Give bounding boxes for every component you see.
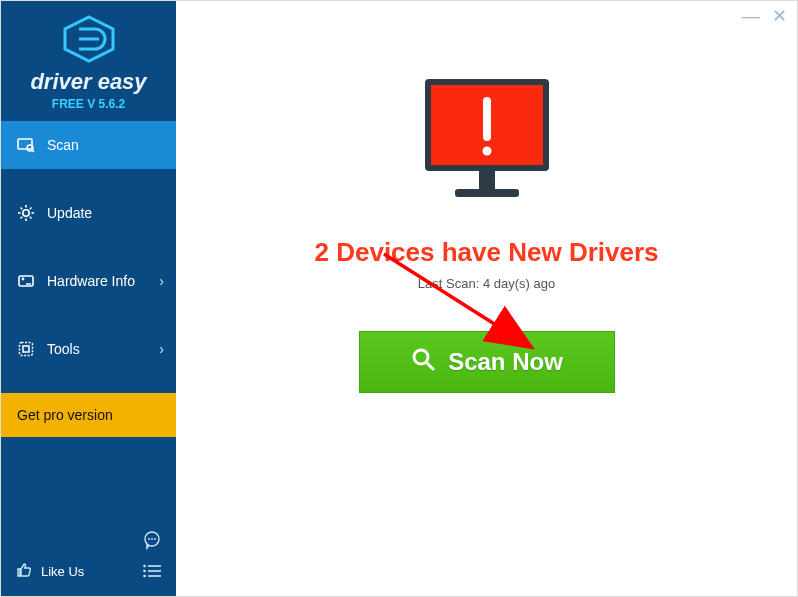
brand-version: FREE V 5.6.2 (1, 97, 176, 111)
app-window: — ✕ driver easy FREE V 5.6.2 Scan (0, 0, 798, 597)
svg-line-10 (21, 208, 23, 210)
sidebar-nav: Scan Update Hardware Info › Tools (1, 121, 176, 393)
sidebar-extra-icons (142, 530, 162, 582)
thumbs-up-icon (15, 561, 33, 582)
scan-icon (15, 136, 37, 154)
like-us-button[interactable]: Like Us (15, 561, 84, 582)
svg-point-34 (482, 147, 491, 156)
svg-point-22 (154, 538, 156, 540)
svg-point-15 (22, 278, 25, 281)
tools-icon (15, 340, 37, 358)
svg-point-27 (143, 575, 146, 578)
sidebar-item-label: Update (47, 205, 92, 221)
svg-line-11 (30, 217, 32, 219)
sidebar-item-hardware-info[interactable]: Hardware Info › (1, 257, 176, 305)
sidebar-item-label: Tools (47, 341, 80, 357)
sidebar-bottom: Like Us (1, 520, 176, 596)
brand-block: driver easy FREE V 5.6.2 (1, 1, 176, 121)
sidebar-item-update[interactable]: Update (1, 189, 176, 237)
svg-line-4 (32, 150, 34, 152)
svg-point-21 (151, 538, 153, 540)
brand-name: driver easy (1, 69, 176, 95)
svg-rect-31 (479, 171, 495, 189)
app-logo-icon (61, 15, 117, 67)
sidebar-item-tools[interactable]: Tools › (1, 325, 176, 373)
sidebar: driver easy FREE V 5.6.2 Scan Update (1, 1, 176, 596)
minimize-button[interactable]: — (742, 7, 760, 25)
sidebar-item-scan[interactable]: Scan (1, 121, 176, 169)
search-icon (410, 346, 436, 378)
status-headline: 2 Devices have New Drivers (176, 237, 797, 268)
chevron-right-icon: › (159, 341, 164, 357)
alert-monitor-icon (176, 71, 797, 215)
svg-rect-17 (20, 343, 33, 356)
svg-point-23 (143, 565, 146, 568)
svg-line-12 (21, 217, 23, 219)
svg-point-5 (23, 210, 29, 216)
svg-line-13 (30, 208, 32, 210)
svg-point-20 (148, 538, 150, 540)
get-pro-button[interactable]: Get pro version (1, 393, 176, 437)
svg-line-36 (427, 363, 434, 370)
menu-icon[interactable] (142, 564, 162, 582)
like-us-label: Like Us (41, 564, 84, 579)
feedback-icon[interactable] (142, 530, 162, 554)
svg-rect-18 (23, 346, 29, 352)
last-scan-text: Last Scan: 4 day(s) ago (176, 276, 797, 291)
window-controls: — ✕ (742, 7, 787, 25)
scan-now-button[interactable]: Scan Now (359, 331, 615, 393)
svg-point-25 (143, 570, 146, 573)
scan-now-label: Scan Now (448, 348, 563, 376)
sidebar-item-label: Hardware Info (47, 273, 135, 289)
chevron-right-icon: › (159, 273, 164, 289)
hardware-icon (15, 272, 37, 290)
sidebar-item-label: Scan (47, 137, 79, 153)
main-content: 2 Devices have New Drivers Last Scan: 4 … (176, 1, 797, 596)
svg-rect-2 (18, 139, 32, 149)
svg-rect-32 (455, 189, 519, 197)
close-button[interactable]: ✕ (772, 7, 787, 25)
gear-icon (15, 204, 37, 222)
